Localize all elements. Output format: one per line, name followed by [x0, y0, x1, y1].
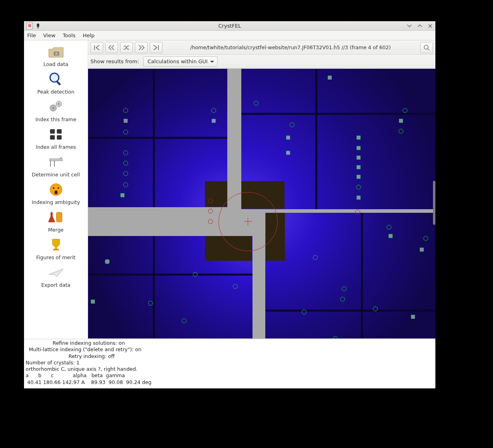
svg-rect-10 — [50, 135, 55, 140]
sidebar-index-frame[interactable]: Index this frame — [24, 99, 88, 122]
svg-point-5 — [52, 107, 54, 109]
sidebar-label: Index all frames — [36, 144, 76, 150]
sidebar-unit-cell[interactable]: Determine unit cell — [24, 154, 88, 178]
menu-tools[interactable]: Tools — [63, 32, 76, 38]
svg-rect-17 — [56, 212, 62, 222]
menu-view[interactable]: View — [43, 32, 56, 38]
svg-rect-18 — [55, 246, 57, 249]
log-output: Refine indexing solutions: on Multi-latt… — [24, 339, 435, 388]
svg-rect-12 — [50, 159, 62, 161]
results-label: Show results from: — [90, 58, 139, 64]
sidebar-label: Peak detection — [37, 89, 74, 95]
last-button[interactable] — [150, 42, 162, 53]
nav-toolbar: /home/twhite/tutorials/crystfel-website/… — [88, 40, 435, 55]
menu-file[interactable]: File — [27, 32, 36, 38]
svg-point-2 — [50, 73, 59, 82]
svg-rect-8 — [50, 129, 55, 134]
zoom-fit-button[interactable] — [420, 42, 433, 53]
trophy-icon — [47, 237, 65, 253]
sidebar-export[interactable]: Export data — [24, 264, 88, 288]
sidebar-label: Export data — [41, 282, 70, 288]
first-button[interactable] — [90, 42, 103, 53]
menu-help[interactable]: Help — [83, 32, 95, 38]
svg-point-14 — [53, 187, 54, 189]
sidebar-label: Load data — [43, 61, 68, 67]
sidebar-label: Indexing ambiguity — [32, 199, 80, 205]
minimize-button[interactable] — [407, 23, 412, 29]
svg-rect-11 — [57, 135, 62, 140]
sidebar: Load data Peak detection Index this fram… — [24, 40, 88, 339]
close-button[interactable] — [427, 23, 433, 29]
svg-point-15 — [58, 187, 59, 189]
app-icon: ⊠ — [26, 23, 33, 29]
svg-rect-19 — [53, 249, 59, 250]
shuffle-button[interactable] — [120, 42, 133, 53]
vertical-scrollbar[interactable] — [433, 181, 435, 225]
maximize-button[interactable] — [417, 23, 423, 29]
next-button[interactable] — [135, 42, 148, 53]
svg-point-1 — [55, 52, 58, 55]
main-area: /home/twhite/tutorials/crystfel-website/… — [88, 40, 435, 339]
sidebar-label: Determine unit cell — [32, 172, 80, 178]
titlebar: ⊠ CrystFEL — [24, 21, 435, 31]
grid-icon — [47, 126, 65, 142]
paper-plane-icon — [47, 264, 65, 280]
folder-camera-icon — [47, 44, 65, 60]
pin-icon[interactable] — [35, 23, 41, 29]
svg-rect-9 — [57, 129, 62, 134]
sidebar-label: Index this frame — [35, 116, 76, 122]
frame-path-label: /home/twhite/tutorials/crystfel-website/… — [164, 44, 417, 50]
main-window: ⊠ CrystFEL File View Tools Help Load dat… — [24, 21, 435, 388]
sidebar-peak-detection[interactable]: Peak detection — [24, 71, 88, 95]
diffraction-viewer[interactable] — [88, 68, 435, 339]
flasks-icon — [47, 209, 65, 225]
sidebar-label: Figures of merit — [36, 254, 75, 260]
sidebar-figmerit[interactable]: Figures of merit — [24, 237, 88, 260]
face-icon — [47, 182, 65, 198]
svg-point-16 — [54, 190, 58, 194]
caliper-icon — [47, 154, 65, 170]
magnifier-icon — [47, 71, 65, 87]
sidebar-ambiguity[interactable]: Indexing ambiguity — [24, 182, 88, 205]
svg-rect-3 — [56, 81, 61, 86]
svg-point-20 — [424, 45, 428, 49]
sidebar-load-data[interactable]: Load data — [24, 44, 88, 67]
results-bar: Show results from: Calculations within G… — [88, 55, 435, 68]
svg-point-7 — [58, 103, 60, 105]
results-combo[interactable]: Calculations within GUI — [143, 56, 218, 67]
beam-centre-crosshair — [244, 218, 252, 226]
results-combo-value: Calculations within GUI — [148, 58, 208, 64]
gears-icon — [47, 99, 65, 115]
menubar: File View Tools Help — [24, 31, 435, 40]
sidebar-index-all[interactable]: Index all frames — [24, 126, 88, 150]
window-title: CrystFEL — [24, 23, 435, 29]
prev-button[interactable] — [105, 42, 118, 53]
sidebar-label: Merge — [48, 227, 64, 233]
sidebar-merge[interactable]: Merge — [24, 209, 88, 233]
